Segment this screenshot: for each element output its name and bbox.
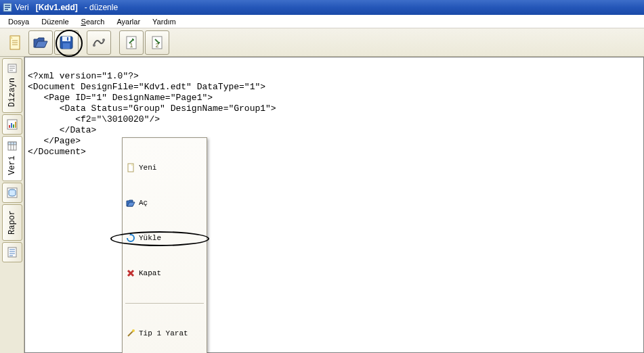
refresh-icon xyxy=(125,233,136,243)
svg-rect-11 xyxy=(67,37,68,41)
close-icon xyxy=(125,268,136,279)
svg-rect-23 xyxy=(9,125,10,128)
menu-item-tip1[interactable]: Tip 1 Yarat xyxy=(124,327,205,340)
design-icon xyxy=(5,62,19,75)
menu-ayarlar[interactable]: Ayarlar xyxy=(111,16,146,27)
menu-item-label: Aç xyxy=(139,197,202,208)
menu-separator xyxy=(125,303,204,304)
svg-point-42 xyxy=(132,329,135,332)
code-line: </Page> xyxy=(28,136,81,146)
menu-item-ac[interactable]: Aç xyxy=(124,196,205,210)
code-line: <?xml version="1.0"?> xyxy=(28,71,139,81)
tab-veri[interactable]: Veri xyxy=(2,136,22,181)
code-line: <Data Status="Group" DesignName="Group1"… xyxy=(28,103,276,114)
tab-rapor-label: Rapor xyxy=(7,210,17,235)
tab-dizayn[interactable]: Dizayn xyxy=(2,58,22,113)
svg-rect-25 xyxy=(13,124,14,128)
database-icon xyxy=(5,186,19,199)
code-editor[interactable]: <?xml version="1.0"?> <Document DesignFi… xyxy=(24,57,644,353)
menu-yardim[interactable]: Yardım xyxy=(147,16,181,27)
left-tab-strip: Dizayn Veri Rapor xyxy=(0,57,24,353)
tool-a-button[interactable]: 1 xyxy=(119,30,144,55)
code-line: </Data> xyxy=(28,125,96,135)
wand-icon xyxy=(125,328,136,339)
save-button[interactable] xyxy=(54,30,79,55)
menu-search[interactable]: Search xyxy=(76,16,110,27)
code-line: <Document DesignFile="Kdv1.edt" DataType… xyxy=(28,82,265,92)
tab-dizayn-label: Dizayn xyxy=(7,78,17,107)
menu-item-label: Tip 1 Yarat xyxy=(139,328,202,339)
tab-rapor-report[interactable] xyxy=(2,242,22,262)
code-line: </Document> xyxy=(28,147,86,157)
svg-rect-26 xyxy=(15,122,16,128)
titlebar: Veri [Kdv1.edd] - düzenle xyxy=(0,0,644,15)
menu-item-yukle[interactable]: Yükle xyxy=(124,231,205,245)
menu-item-yeni[interactable]: Yeni xyxy=(124,161,205,174)
svg-rect-3 xyxy=(5,9,8,10)
svg-point-13 xyxy=(102,39,105,41)
tab-veri-db[interactable] xyxy=(2,183,22,203)
menubar: Dosya Düzenle Search Ayarlar Yardım xyxy=(0,15,644,28)
new-file-icon xyxy=(125,162,136,173)
app-name: Veri xyxy=(15,3,29,12)
app-icon xyxy=(3,3,12,12)
menu-item-label: Kapat xyxy=(139,268,202,279)
menu-item-kapat[interactable]: Kapat xyxy=(124,266,205,280)
tool-config-button[interactable] xyxy=(87,30,111,55)
svg-rect-10 xyxy=(63,43,70,49)
toolbar: 1 2 xyxy=(0,28,644,57)
svg-rect-1 xyxy=(5,5,10,6)
svg-text:1: 1 xyxy=(129,42,133,49)
svg-rect-9 xyxy=(62,37,70,41)
svg-rect-2 xyxy=(5,7,10,8)
context-menu: Yeni Aç Yükle Kapat xyxy=(122,137,207,353)
menu-duzenle[interactable]: Düzenle xyxy=(36,16,74,27)
report-icon xyxy=(5,245,19,259)
chart-icon xyxy=(5,118,19,131)
tab-dizayn-chart[interactable] xyxy=(2,114,22,135)
workspace: Dizayn Veri Rapor <?xml version xyxy=(0,57,644,353)
open-button[interactable] xyxy=(28,30,53,55)
menu-item-label: Yeni xyxy=(139,162,202,173)
doc-name: [Kdv1.edd] xyxy=(36,3,78,12)
title-suffix: - düzenle xyxy=(85,3,118,12)
svg-point-12 xyxy=(93,44,95,47)
folder-open-icon xyxy=(125,197,136,208)
data-icon xyxy=(5,139,19,153)
svg-text:2: 2 xyxy=(155,42,158,49)
menu-dosya[interactable]: Dosya xyxy=(3,16,35,27)
tab-veri-label: Veri xyxy=(7,156,17,175)
tab-rapor[interactable]: Rapor xyxy=(2,204,22,241)
window-title: Veri [Kdv1.edd] - düzenle xyxy=(15,3,118,12)
menu-item-label: Yükle xyxy=(139,233,202,243)
tool-b-button[interactable]: 2 xyxy=(145,30,169,55)
svg-rect-28 xyxy=(8,142,16,145)
svg-rect-24 xyxy=(11,123,12,128)
code-line: <Page ID="1" DesignName="Page1"> xyxy=(28,93,213,103)
new-button[interactable] xyxy=(3,30,27,55)
code-line: <f2="\3010020"/> xyxy=(28,114,160,124)
